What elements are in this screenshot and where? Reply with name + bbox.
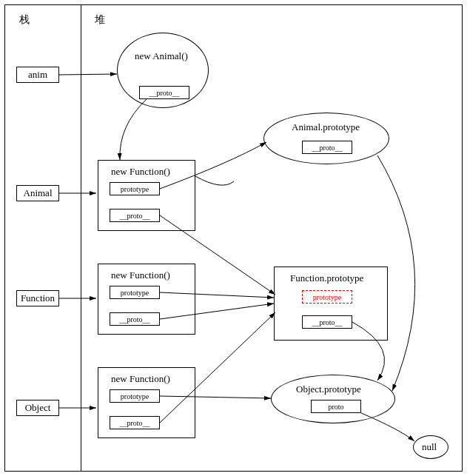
new-function-object-title: new Function() [111, 373, 170, 385]
new-function-function-proto-label: __proto__ [119, 315, 149, 324]
heap-heading: 堆 [95, 13, 105, 27]
new-function-animal-proto: __proto__ [110, 209, 160, 222]
stack-heading: 栈 [19, 13, 30, 27]
new-function-animal-title: new Function() [111, 166, 170, 178]
object-prototype-ellipse [271, 375, 395, 423]
new-function-animal-prototype-label: prototype [121, 185, 149, 193]
new-function-object-prototype-label: prototype [121, 392, 149, 400]
animal-prototype-proto-label: __proto__ [312, 144, 342, 152]
new-function-function-proto: __proto__ [110, 312, 160, 326]
stack-object: Object [16, 400, 59, 416]
new-function-animal-prototype: prototype [110, 182, 160, 195]
new-function-function-prototype-label: prototype [121, 289, 149, 297]
new-function-object-proto: __proto__ [110, 416, 160, 429]
stack-function-label: Function [21, 292, 55, 304]
function-prototype-prototype-label: prototype [313, 293, 341, 301]
stack-heap-divider [81, 5, 81, 471]
stack-anim: anim [16, 67, 59, 83]
stack-anim-label: anim [28, 69, 47, 81]
null-label: null [422, 441, 437, 453]
new-function-object-prototype: prototype [110, 389, 160, 403]
new-function-function-prototype: prototype [110, 286, 160, 299]
new-animal-proto-label: __proto__ [149, 89, 179, 97]
stack-animal-label: Animal [24, 187, 53, 199]
animal-prototype-title: Animal.prototype [292, 121, 360, 133]
new-animal-proto: __proto__ [139, 86, 189, 99]
new-function-animal-proto-label: __proto__ [119, 212, 149, 220]
animal-prototype-proto: __proto__ [302, 141, 352, 154]
stack-animal: Animal [16, 185, 59, 201]
stack-function: Function [16, 290, 59, 306]
diagram-root: 栈 堆 anim Animal Function Object new Anim… [0, 0, 467, 476]
new-animal-title: new Animal() [135, 50, 188, 62]
function-prototype-title: Function.prototype [290, 272, 363, 284]
animal-prototype-ellipse [263, 113, 389, 164]
object-prototype-proto-label: proto [328, 403, 343, 411]
object-prototype-proto: proto [311, 400, 361, 413]
object-prototype-title: Object.prototype [296, 383, 361, 395]
function-prototype-proto-label: __proto__ [312, 318, 342, 326]
function-prototype-proto: __proto__ [302, 315, 352, 329]
stack-object-label: Object [25, 402, 51, 414]
function-prototype-prototype: prototype [302, 290, 352, 304]
new-function-object-proto-label: __proto__ [119, 419, 149, 427]
new-function-function-title: new Function() [111, 269, 170, 281]
